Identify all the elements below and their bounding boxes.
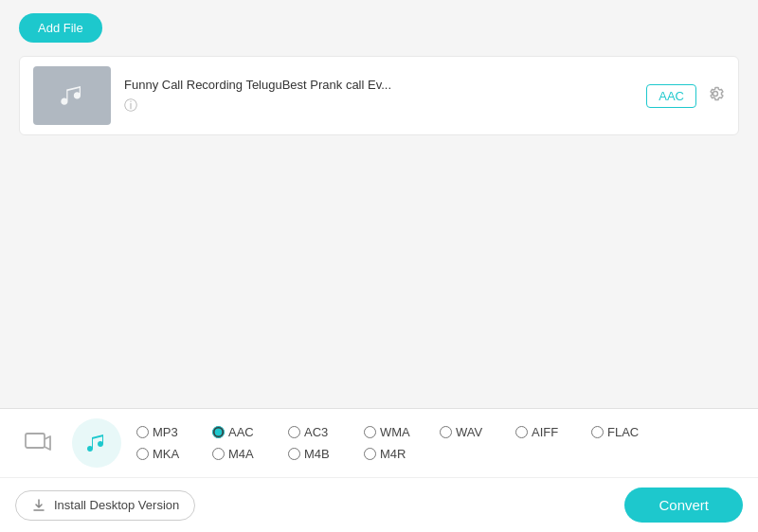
file-name: Funny Call Recording TeluguBest Prank ca… — [124, 78, 633, 92]
bottom-panel: MP3 AAC AC3 WMA WAV — [0, 408, 758, 532]
format-option-wma[interactable]: WMA — [364, 425, 440, 439]
format-option-m4r[interactable]: M4R — [364, 447, 440, 461]
format-option-flac[interactable]: FLAC — [591, 425, 667, 439]
tab-audio[interactable] — [72, 418, 121, 468]
format-option-wav[interactable]: WAV — [440, 425, 515, 439]
format-option-ac3[interactable]: AC3 — [288, 425, 364, 439]
bottom-bar: Install Desktop Version Convert — [0, 478, 758, 532]
radio-mp3[interactable] — [136, 426, 149, 438]
format-option-aac[interactable]: AAC — [212, 425, 288, 439]
file-list: Funny Call Recording TeluguBest Prank ca… — [19, 56, 739, 135]
format-label-mka: MKA — [153, 447, 179, 461]
format-option-m4b[interactable]: M4B — [288, 447, 364, 461]
content-area — [0, 135, 758, 344]
format-label-mp3: MP3 — [153, 425, 178, 439]
header: Add File — [0, 0, 758, 56]
format-label-flac: FLAC — [607, 425, 639, 439]
radio-wma[interactable] — [364, 426, 376, 438]
format-row-1: MP3 AAC AC3 WMA WAV — [136, 425, 667, 439]
format-label-m4a: M4A — [228, 447, 254, 461]
add-file-button[interactable]: Add File — [19, 13, 102, 43]
radio-mka[interactable] — [136, 448, 149, 460]
convert-button[interactable]: Convert — [624, 488, 743, 523]
format-label-m4r: M4R — [380, 447, 406, 461]
format-label-wma: WMA — [380, 425, 410, 439]
radio-flac[interactable] — [591, 426, 604, 438]
file-item: Funny Call Recording TeluguBest Prank ca… — [20, 57, 738, 134]
format-option-mp3[interactable]: MP3 — [136, 425, 212, 439]
file-info: Funny Call Recording TeluguBest Prank ca… — [124, 78, 633, 115]
format-row-2: MKA M4A M4B M4R — [136, 447, 667, 461]
format-label-aac: AAC — [228, 425, 254, 439]
file-thumbnail — [33, 66, 111, 125]
radio-m4a[interactable] — [212, 448, 225, 460]
format-option-m4a[interactable]: M4A — [212, 447, 288, 461]
format-label-m4b: M4B — [304, 447, 330, 461]
format-label-ac3: AC3 — [304, 425, 328, 439]
format-label-aiff: AIFF — [532, 425, 558, 439]
radio-m4r[interactable] — [364, 448, 376, 460]
radio-m4b[interactable] — [288, 448, 300, 460]
music-icon — [55, 78, 89, 115]
format-label-wav: WAV — [456, 425, 482, 439]
install-desktop-button[interactable]: Install Desktop Version — [15, 490, 195, 521]
format-options-wrapper: MP3 AAC AC3 WMA WAV — [136, 425, 667, 461]
format-badge[interactable]: AAC — [646, 84, 696, 108]
radio-aiff[interactable] — [515, 426, 528, 438]
radio-wav[interactable] — [440, 426, 452, 438]
info-icon[interactable]: ⓘ — [124, 98, 137, 113]
settings-icon[interactable] — [706, 84, 725, 108]
install-desktop-label: Install Desktop Version — [54, 498, 179, 512]
format-option-mka[interactable]: MKA — [136, 447, 212, 461]
tab-video[interactable] — [13, 418, 63, 468]
file-actions: AAC — [646, 84, 725, 108]
format-option-aiff[interactable]: AIFF — [515, 425, 591, 439]
radio-aac[interactable] — [212, 426, 225, 438]
radio-ac3[interactable] — [288, 426, 300, 438]
svg-rect-0 — [26, 434, 45, 448]
format-selector: MP3 AAC AC3 WMA WAV — [0, 409, 758, 478]
download-icon — [31, 498, 46, 513]
